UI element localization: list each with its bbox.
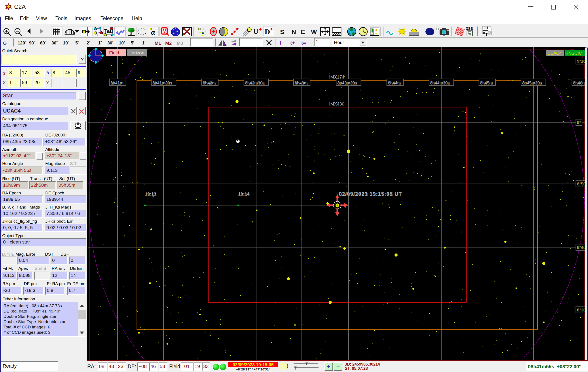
svg-text:8h44m30s: 8h44m30s: [430, 80, 450, 85]
svg-text:8°50: 8°50: [577, 182, 585, 186]
svg-text:02/09/2023 19:15:05 UT: 02/09/2023 19:15:05 UT: [339, 191, 402, 197]
svg-text:α: α: [151, 28, 156, 36]
svg-text:8h42m: 8h42m: [203, 80, 216, 85]
svg-text:8h41m30s: 8h41m30s: [152, 80, 172, 85]
svg-text:U: U: [253, 27, 259, 35]
svg-text:UCAC4: UCAC4: [547, 51, 562, 55]
svg-text:8h43m30s: 8h43m30s: [337, 80, 357, 85]
svg-text:9°10: 9°10: [577, 59, 585, 64]
svg-text:IMX430: IMX430: [329, 101, 344, 106]
svg-text:8h45m30s: 8h45m30s: [522, 80, 542, 85]
svg-text:9°: 9°: [577, 120, 581, 125]
svg-text:W: W: [311, 29, 317, 35]
svg-text:D: D: [265, 28, 270, 36]
svg-text:Field: Field: [109, 50, 119, 55]
svg-text:8°30: 8°30: [577, 308, 585, 312]
svg-text:DSS: DSS: [466, 27, 473, 31]
svg-text:8h46m: 8h46m: [573, 80, 585, 85]
svg-text:8h41m: 8h41m: [110, 80, 123, 85]
svg-text:RNGCIC: RNGCIC: [565, 51, 582, 55]
svg-text:S: S: [280, 29, 284, 35]
svg-text:8h45m: 8h45m: [480, 80, 493, 85]
svg-text:19:13: 19:13: [145, 192, 156, 197]
svg-text:Horizon: Horizon: [128, 50, 144, 55]
svg-text:8°40: 8°40: [577, 245, 585, 250]
svg-text:8h44m: 8h44m: [388, 80, 401, 85]
svg-text:E: E: [301, 29, 305, 35]
svg-text:N: N: [292, 29, 296, 35]
svg-text:19:14: 19:14: [238, 192, 250, 197]
svg-text:IMX174: IMX174: [329, 75, 344, 79]
svg-text:8h43m: 8h43m: [295, 80, 307, 85]
svg-text:T: T: [485, 33, 487, 36]
svg-text:8h42m30s: 8h42m30s: [245, 80, 265, 85]
svg-text:M: M: [162, 28, 167, 34]
